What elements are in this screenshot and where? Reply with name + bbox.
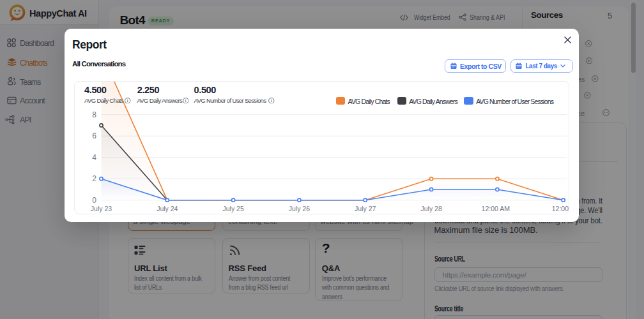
svg-text:July 25: July 25	[222, 205, 243, 212]
svg-text:July 24: July 24	[157, 205, 178, 212]
svg-text:4: 4	[92, 152, 96, 161]
svg-text:6: 6	[92, 131, 96, 140]
svg-text:July 28: July 28	[420, 205, 441, 212]
svg-text:0: 0	[92, 195, 96, 204]
svg-text:12:00: 12:00	[552, 205, 569, 212]
svg-text:8: 8	[92, 110, 96, 119]
svg-text:July 26: July 26	[289, 205, 310, 212]
svg-text:July 23: July 23	[91, 205, 112, 212]
svg-text:July 27: July 27	[355, 205, 376, 212]
svg-text:2: 2	[92, 174, 96, 183]
svg-text:12:00 AM: 12:00 AM	[482, 205, 510, 212]
